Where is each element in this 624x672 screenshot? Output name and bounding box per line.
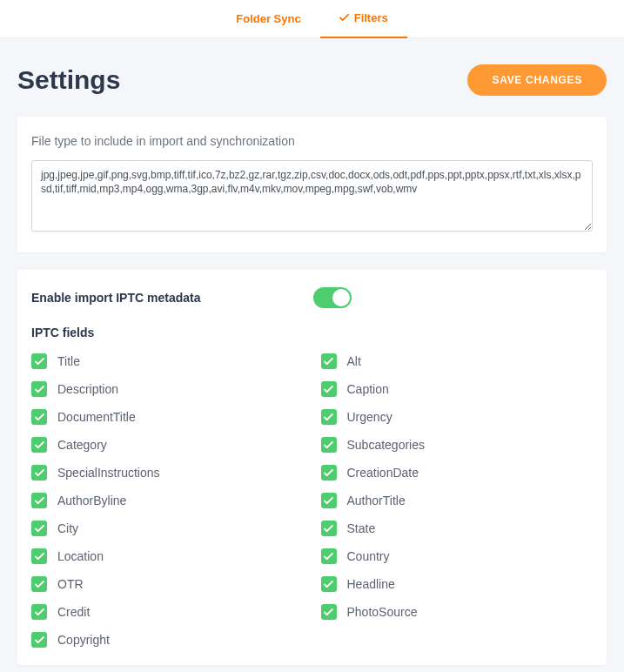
field-label: Headline <box>347 577 395 591</box>
tab-bar: Folder Sync Filters <box>0 0 624 38</box>
iptc-field-documenttitle: DocumentTitle <box>31 409 304 425</box>
checkbox[interactable] <box>31 409 47 425</box>
field-label: PhotoSource <box>347 605 418 619</box>
field-label: Alt <box>347 354 361 368</box>
checkbox[interactable] <box>321 521 337 536</box>
field-label: Country <box>347 549 390 563</box>
file-type-card: File type to include in import and synch… <box>17 117 607 252</box>
field-label: Description <box>57 382 118 396</box>
iptc-field-alt: Alt <box>321 353 594 369</box>
checkbox[interactable] <box>321 437 337 453</box>
iptc-field-state: State <box>321 521 594 536</box>
iptc-card: Enable import IPTC metadata IPTC fields … <box>17 270 607 665</box>
checkbox[interactable] <box>31 521 47 536</box>
iptc-field-country: Country <box>321 548 594 564</box>
iptc-section-title: IPTC fields <box>31 326 593 339</box>
field-label: CreationDate <box>347 466 419 480</box>
field-label: AuthorTitle <box>347 494 406 507</box>
field-label: Category <box>57 438 107 452</box>
iptc-field-category: Category <box>31 437 304 453</box>
field-label: State <box>347 521 376 535</box>
checkbox[interactable] <box>31 465 47 480</box>
save-button[interactable]: SAVE CHANGES <box>467 64 607 96</box>
iptc-field-copyright: Copyright <box>31 632 304 648</box>
iptc-field-title: Title <box>31 353 304 369</box>
checkbox[interactable] <box>31 353 47 369</box>
page-header: Settings SAVE CHANGES <box>17 38 607 117</box>
field-label: Location <box>57 549 104 563</box>
iptc-field-authortitle: AuthorTitle <box>321 493 594 508</box>
field-label: OTR <box>57 577 84 591</box>
field-label: Subcategories <box>347 438 426 452</box>
tab-label: Filters <box>354 11 388 24</box>
checkbox[interactable] <box>31 381 47 397</box>
field-label: Urgency <box>347 410 393 424</box>
field-label: Caption <box>347 382 389 396</box>
checkbox[interactable] <box>31 632 47 648</box>
iptc-field-location: Location <box>31 548 304 564</box>
checkbox[interactable] <box>31 548 47 564</box>
tab-filters[interactable]: Filters <box>320 0 407 38</box>
file-type-label: File type to include in import and synch… <box>31 134 593 148</box>
iptc-field-caption: Caption <box>321 381 594 397</box>
file-type-input[interactable] <box>31 160 593 232</box>
field-label: SpecialInstructions <box>57 466 160 480</box>
iptc-field-authorbyline: AuthorByline <box>31 493 304 508</box>
iptc-fields-grid: TitleAltDescriptionCaptionDocumentTitleU… <box>31 353 593 648</box>
tab-label: Folder Sync <box>236 12 300 25</box>
field-label: Copyright <box>57 633 110 647</box>
iptc-toggle[interactable] <box>313 287 352 308</box>
checkbox[interactable] <box>321 576 337 592</box>
iptc-field-city: City <box>31 521 304 536</box>
iptc-field-photosource: PhotoSource <box>321 604 594 620</box>
field-label: City <box>57 521 78 535</box>
checkbox[interactable] <box>321 548 337 564</box>
iptc-field-creationdate: CreationDate <box>321 465 594 480</box>
checkbox[interactable] <box>321 465 337 480</box>
iptc-field-specialinstructions: SpecialInstructions <box>31 465 304 480</box>
field-label: AuthorByline <box>57 494 126 507</box>
check-icon <box>339 11 349 24</box>
checkbox[interactable] <box>31 604 47 620</box>
page-title: Settings <box>17 65 120 95</box>
checkbox[interactable] <box>31 493 47 508</box>
checkbox[interactable] <box>321 353 337 369</box>
iptc-field-otr: OTR <box>31 576 304 592</box>
checkbox[interactable] <box>321 493 337 508</box>
field-label: Title <box>57 354 80 368</box>
field-label: DocumentTitle <box>57 410 136 424</box>
iptc-field-urgency: Urgency <box>321 409 594 425</box>
checkbox[interactable] <box>321 381 337 397</box>
iptc-field-credit: Credit <box>31 604 304 620</box>
tab-folder-sync[interactable]: Folder Sync <box>217 0 319 38</box>
iptc-field-headline: Headline <box>321 576 594 592</box>
checkbox[interactable] <box>321 409 337 425</box>
iptc-toggle-label: Enable import IPTC metadata <box>31 291 200 305</box>
field-label: Credit <box>57 605 90 619</box>
iptc-field-description: Description <box>31 381 304 397</box>
checkbox[interactable] <box>31 437 47 453</box>
iptc-field-subcategories: Subcategories <box>321 437 594 453</box>
checkbox[interactable] <box>31 576 47 592</box>
checkbox[interactable] <box>321 604 337 620</box>
